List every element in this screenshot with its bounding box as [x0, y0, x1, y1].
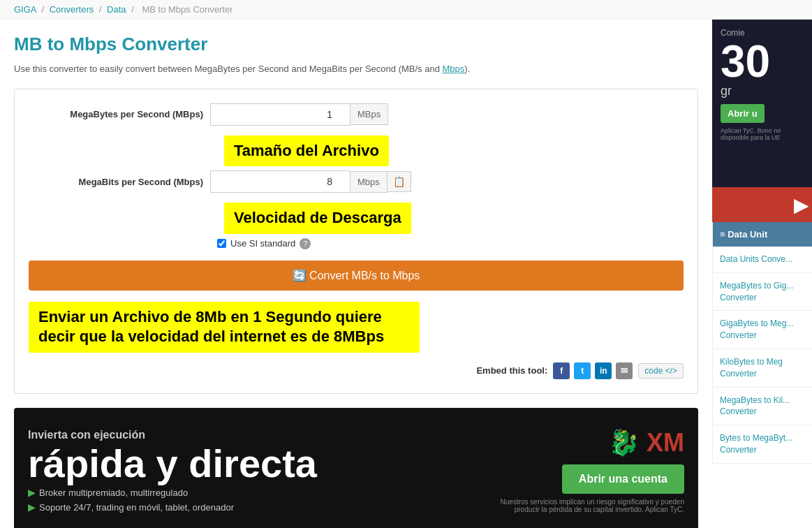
checkbox-row: Use SI standard ?	[217, 238, 684, 249]
input-label-mbits: MegaBits per Second (Mbps)	[29, 177, 210, 187]
input-field-group-mbps: MBps	[210, 103, 684, 126]
ad-bullet-1: ▶ Broker multipremiado, multirregulado	[28, 487, 317, 498]
ad-abrir-button[interactable]: Abrir u	[721, 104, 765, 123]
mbits-input[interactable]	[210, 170, 350, 193]
sidebar-nav-item-1[interactable]: MegaBytes to Gig... Converter	[713, 273, 812, 311]
annotation-velocidad: Velocidad de Descarga	[224, 203, 411, 234]
breadcrumb: GIGA / Converters / Data / MB to Mbps Co…	[0, 0, 812, 20]
embed-code-button[interactable]: code </>	[638, 363, 684, 379]
email-icon[interactable]: ✉	[616, 362, 633, 379]
breadcrumb-link-converters[interactable]: Converters	[50, 4, 94, 15]
converter-box: MegaBytes per Second (MBps) MBps Tamaño …	[14, 89, 698, 394]
xm-logo: 🐉 XM	[489, 428, 684, 457]
page-title: MB to Mbps Converter	[14, 34, 698, 55]
ad-small-text: Aplican TyC. Bono no disponible para la …	[721, 127, 804, 141]
breadcrumb-sep: /	[99, 4, 104, 15]
breadcrumb-sep: /	[131, 4, 136, 15]
sidebar-nav-item-0[interactable]: Data Units Conve...	[713, 247, 812, 273]
copy-button[interactable]: 📋	[387, 171, 411, 192]
social-icons: f t in ✉	[553, 362, 633, 379]
ad-bullet-label-1: Broker multipremiado, multirregulado	[39, 487, 188, 498]
si-standard-label: Use SI standard	[230, 238, 295, 249]
ad-bullet-2: ▶ Soporte 24/7, trading en móvil, tablet…	[28, 502, 317, 513]
input-label-mbps: MegaBytes per Second (MBps)	[29, 109, 210, 119]
right-panel: Comie 30 gr Abrir u Aplican TyC. Bono no…	[712, 20, 812, 528]
annotation-tamano: Tamaño del Archivo	[224, 135, 389, 167]
sidebar-nav-item-3[interactable]: KiloBytes to Meg Converter	[713, 349, 812, 388]
input-row-mbps: MegaBytes per Second (MBps) MBps	[29, 103, 684, 126]
bullet-icon-2: ▶	[28, 502, 35, 513]
mbits-unit: Mbps	[350, 171, 387, 193]
breadcrumb-link-data[interactable]: Data	[107, 4, 126, 15]
ad-bullet-label-2: Soporte 24/7, trading en móvil, tablet, …	[39, 502, 234, 513]
sidebar-nav-header: ≡ Data Unit	[713, 222, 812, 247]
red-arrow-decoration	[712, 187, 812, 222]
si-standard-checkbox[interactable]	[217, 239, 226, 248]
ad-risk-text: Nuestros servicios implican un riesgo si…	[489, 498, 684, 513]
ad-banner-left: Invierta con ejecución rápida y directa …	[28, 429, 317, 513]
convert-button[interactable]: 🔄 Convert MB/s to Mbps	[29, 261, 684, 291]
page-description: Use this converter to easily convert bet…	[14, 62, 698, 76]
mbps-unit: MBps	[350, 103, 388, 125]
input-field-group-mbits: Mbps 📋	[210, 170, 684, 193]
input-row-mbits: MegaBits per Second (Mbps) Mbps 📋	[29, 170, 684, 193]
mbps-link[interactable]: Mbps	[443, 64, 465, 74]
breadcrumb-current: MB to Mbps Converter	[142, 4, 232, 15]
sidebar-nav-item-2[interactable]: GigaBytes to Meg... Converter	[713, 311, 812, 349]
ad-banner: Invierta con ejecución rápida y directa …	[14, 408, 698, 528]
sidebar-nav-item-4[interactable]: MegaBytes to Kil... Converter	[713, 388, 812, 426]
breadcrumb-sep: /	[41, 4, 46, 15]
ad-banner-right: 🐉 XM Abrir una cuenta Nuestros servicios…	[489, 428, 684, 513]
help-icon[interactable]: ?	[300, 238, 311, 249]
sidebar-nav-item-5[interactable]: Bytes to MegaByt... Converter	[713, 425, 812, 464]
linkedin-icon[interactable]: in	[595, 362, 612, 379]
embed-label: Embed this tool:	[476, 365, 547, 376]
bullet-icon-1: ▶	[28, 487, 35, 498]
ad-headline: Invierta con ejecución	[28, 429, 317, 441]
top-right-ad: Comie 30 gr Abrir u Aplican TyC. Bono no…	[712, 20, 812, 187]
ad-main-text: rápida y directa	[28, 444, 317, 483]
embed-row: Embed this tool: f t in ✉ code </>	[29, 362, 684, 379]
facebook-icon[interactable]: f	[553, 362, 570, 379]
mbps-input[interactable]	[210, 103, 350, 126]
breadcrumb-link-giga[interactable]: GIGA	[14, 4, 36, 15]
twitter-icon[interactable]: t	[574, 362, 591, 379]
open-account-button[interactable]: Abrir una cuenta	[562, 464, 684, 494]
annotation-big-note: Enviar un Archivo de 8Mb en 1 Segundo qu…	[29, 302, 420, 353]
sidebar-nav: ≡ Data Unit Data Units Conve... MegaByte…	[712, 222, 812, 464]
ad-big-number: 30	[721, 39, 804, 84]
